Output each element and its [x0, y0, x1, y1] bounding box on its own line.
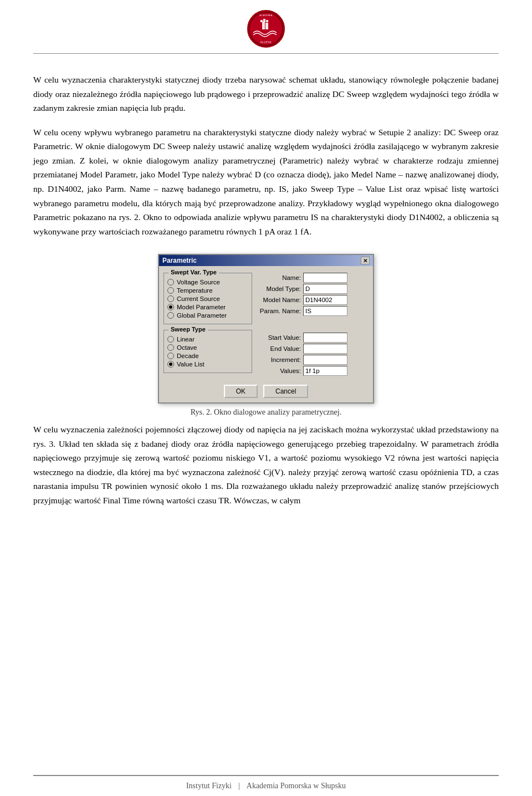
svg-rect-4 [263, 19, 265, 22]
svg-rect-2 [265, 23, 268, 29]
svg-rect-5 [266, 20, 268, 22]
field-row-increment: Increment: [257, 355, 369, 365]
dialog-container: Parametric ✕ Swept Var. Type [33, 254, 499, 417]
footer-right: Akademia Pomorska w Słupsku [247, 782, 346, 790]
radio-octave[interactable]: Octave [167, 344, 248, 351]
radio-voltage-source[interactable]: Voltage Source [167, 279, 248, 285]
svg-rect-1 [262, 22, 265, 29]
model-name-input[interactable] [303, 295, 347, 305]
dialog-right-panel: Name: Model Type: Model Name: [257, 271, 369, 377]
end-value-input[interactable] [303, 344, 347, 354]
radio-label-temperature: Temperature [177, 287, 213, 294]
main-content: W celu wyznaczenia charakterystyki staty… [0, 54, 532, 775]
radio-btn-global-parameter[interactable] [167, 312, 174, 319]
field-row-end-value: End Value: [257, 344, 369, 354]
cancel-button[interactable]: Cancel [263, 385, 308, 398]
dialog-close-button[interactable]: ✕ [361, 257, 370, 264]
swept-var-type-label: Swept Var. Type [168, 269, 219, 275]
footer-left: Instytut Fizyki [186, 782, 232, 790]
start-value-label: Start Value: [257, 334, 301, 341]
end-value-label: End Value: [257, 345, 301, 352]
radio-label-octave: Octave [177, 344, 197, 351]
page-container: SŁUPSK ACADEMIA W celu wyznaczenia chara… [0, 0, 532, 796]
field-row-param-name: Param. Name: [257, 306, 369, 316]
radio-current-source[interactable]: Current Source [167, 295, 248, 302]
paragraph-1: W celu wyznaczenia charakterystyki staty… [33, 73, 499, 115]
field-row-model-name: Model Name: [257, 295, 369, 305]
field-row-values: Values: [257, 366, 369, 376]
radio-temperature[interactable]: Temperature [167, 287, 248, 294]
dialog-title: Parametric [162, 257, 197, 264]
increment-label: Increment: [257, 356, 301, 363]
swept-var-type-group: Swept Var. Type Voltage Source Temperatu… [163, 273, 252, 324]
radio-label-decade: Decade [177, 353, 199, 359]
footer-separator: | [238, 782, 240, 790]
radio-label-current-source: Current Source [177, 295, 220, 302]
model-name-label: Model Name: [257, 297, 301, 303]
radio-btn-model-parameter[interactable] [167, 304, 174, 310]
radio-btn-decade[interactable] [167, 353, 174, 359]
radio-label-value-list: Value List [177, 361, 204, 368]
field-row-start-value: Start Value: [257, 333, 369, 343]
svg-rect-3 [260, 20, 263, 22]
values-input[interactable] [303, 366, 347, 376]
radio-btn-linear[interactable] [167, 336, 174, 343]
param-name-label: Param. Name: [257, 308, 301, 314]
field-row-model-type: Model Type: [257, 284, 369, 294]
ok-button[interactable]: OK [224, 385, 258, 398]
right-fields-top: Name: Model Type: Model Name: [257, 271, 369, 317]
radio-btn-current-source[interactable] [167, 295, 174, 302]
model-type-label: Model Type: [257, 285, 301, 292]
figure-caption: Rys. 2. Okno dialogowe analizy parametry… [191, 408, 341, 417]
footer: Instytut Fizyki | Akademia Pomorska w Sł… [33, 775, 499, 796]
radio-label-global-parameter: Global Parameter [177, 312, 227, 319]
radio-btn-voltage-source[interactable] [167, 279, 174, 285]
radio-linear[interactable]: Linear [167, 336, 248, 343]
paragraph-2: W celu oceny wpływu wybranego parametru … [33, 125, 499, 239]
radio-btn-value-list[interactable] [167, 361, 174, 368]
right-fields-sweep: Start Value: End Value: Increment: [257, 329, 369, 377]
svg-text:SŁUPSK: SŁUPSK [260, 41, 272, 44]
logo-icon: SŁUPSK ACADEMIA [247, 10, 285, 48]
dialog-body: Swept Var. Type Voltage Source Temperatu… [159, 266, 373, 381]
radio-decade[interactable]: Decade [167, 353, 248, 359]
svg-text:ACADEMIA: ACADEMIA [259, 14, 272, 17]
name-label: Name: [257, 274, 301, 281]
radio-label-voltage-source: Voltage Source [177, 279, 220, 285]
radio-btn-octave[interactable] [167, 344, 174, 351]
radio-btn-temperature[interactable] [167, 287, 174, 294]
radio-label-model-parameter: Model Parameter [177, 304, 226, 310]
model-type-input[interactable] [303, 284, 347, 294]
field-row-name: Name: [257, 273, 369, 283]
radio-global-parameter[interactable]: Global Parameter [167, 312, 248, 319]
name-input[interactable] [303, 273, 347, 283]
start-value-input[interactable] [303, 333, 347, 343]
values-label: Values: [257, 368, 301, 374]
radio-model-parameter[interactable]: Model Parameter [167, 304, 248, 310]
paragraph-3: W celu wyznaczenia zależności pojemności… [33, 422, 499, 507]
increment-input[interactable] [303, 355, 347, 365]
dialog-left-panel: Swept Var. Type Voltage Source Temperatu… [163, 271, 252, 377]
radio-value-list[interactable]: Value List [167, 361, 248, 368]
sweep-type-group: Sweep Type Linear Octave [163, 330, 252, 373]
radio-label-linear: Linear [177, 336, 195, 343]
dialog-titlebar: Parametric ✕ [159, 255, 373, 266]
param-name-input[interactable] [303, 306, 347, 316]
dialog-buttons: OK Cancel [159, 381, 373, 402]
sweep-type-label: Sweep Type [168, 326, 208, 333]
parametric-dialog[interactable]: Parametric ✕ Swept Var. Type [158, 254, 374, 404]
header-logo: SŁUPSK ACADEMIA [0, 0, 532, 53]
